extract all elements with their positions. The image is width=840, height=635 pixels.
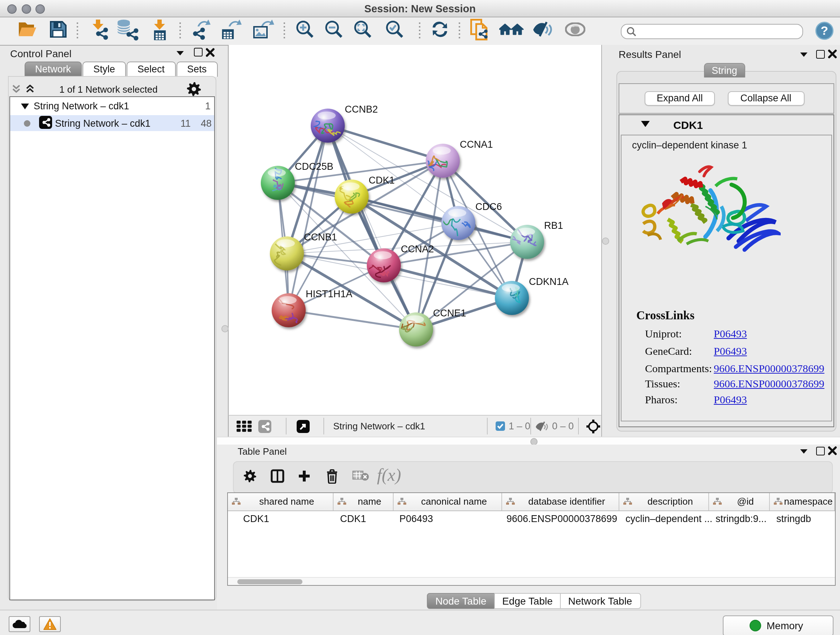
- svg-text:CCNE1: CCNE1: [433, 308, 466, 318]
- svg-text:CCNA2: CCNA2: [401, 244, 434, 255]
- svg-text:HIST1H1A: HIST1H1A: [305, 288, 352, 299]
- svg-text:CDKN1A: CDKN1A: [529, 276, 568, 287]
- svg-text:CCNB1: CCNB1: [303, 232, 337, 242]
- svg-text:?: ?: [821, 23, 829, 37]
- svg-text:CCNA1: CCNA1: [459, 139, 493, 150]
- svg-text:CCNB2: CCNB2: [344, 104, 378, 115]
- svg-text:CDK1: CDK1: [368, 175, 394, 186]
- svg-text:CDC25B: CDC25B: [294, 161, 333, 172]
- svg-text:RB1: RB1: [544, 220, 563, 231]
- svg-text:CDC6: CDC6: [475, 201, 502, 212]
